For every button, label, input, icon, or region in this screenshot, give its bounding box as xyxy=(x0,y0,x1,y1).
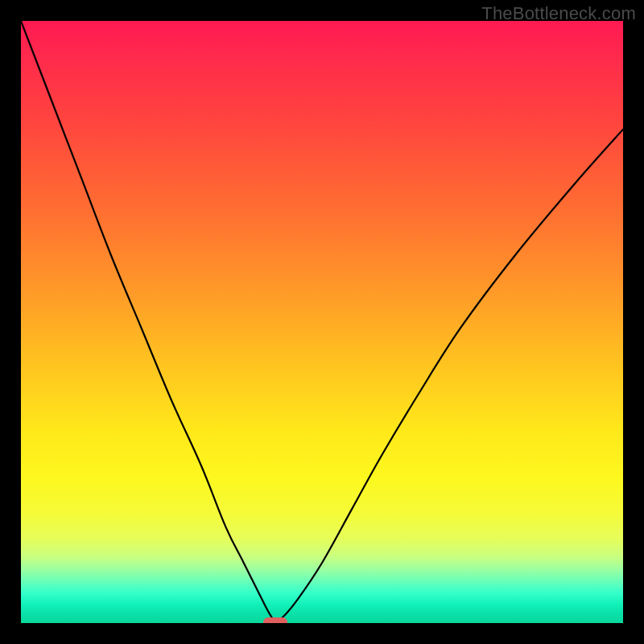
minimum-marker xyxy=(263,617,287,624)
plot-area xyxy=(21,21,623,623)
bottleneck-curve xyxy=(21,21,623,623)
chart-frame: TheBottleneck.com xyxy=(0,0,644,644)
watermark-text: TheBottleneck.com xyxy=(481,3,636,24)
